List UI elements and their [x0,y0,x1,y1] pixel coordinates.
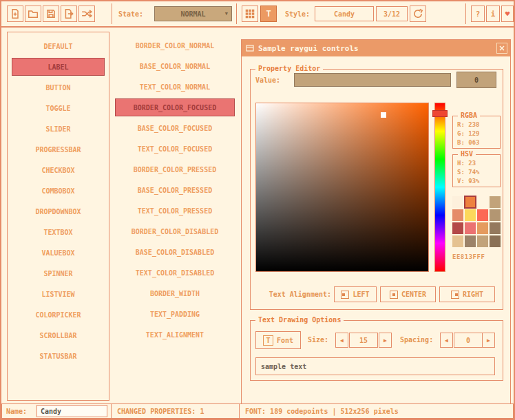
property-item-border_color_normal[interactable]: BORDER_COLOR_NORMAL [115,36,235,54]
control-item-slider[interactable]: SLIDER [12,120,105,138]
palette-swatch-13[interactable] [465,235,476,247]
property-item-text_color_pressed[interactable]: TEXT_COLOR_PRESSED [115,202,235,220]
spacing-value[interactable]: 0 [454,333,483,348]
control-item-combobox[interactable]: COMBOBOX [12,182,105,200]
style-counter-button[interactable]: 3/12 [376,6,408,21]
rgba-label: RGBA [458,112,480,119]
export-style-button[interactable] [61,6,77,22]
new-style-button[interactable] [7,6,23,22]
property-item-border_color_pressed[interactable]: BORDER_COLOR_PRESSED [115,160,235,178]
save-icon [45,8,56,19]
align-left-button[interactable]: LEFT [334,286,377,302]
palette-swatch-9[interactable] [465,222,476,234]
color-picker-panel[interactable] [255,103,429,272]
value-slider[interactable] [294,73,451,87]
control-item-listview[interactable]: LISTVIEW [12,285,105,303]
toolbar: State: NORMAL ▼ T Style: Candy 3/12 ? i … [1,1,514,28]
palette-swatch-12[interactable] [452,235,463,247]
property-item-border_color_focused[interactable]: BORDER_COLOR_FOCUSED [115,98,235,116]
control-item-scrollbar[interactable]: SCROLLBAR [12,326,105,344]
palette-swatch-11[interactable] [490,222,501,234]
property-item-text_color_focused[interactable]: TEXT_COLOR_FOCUSED [115,140,235,158]
hue-slider-handle[interactable] [432,110,448,117]
open-style-button[interactable] [25,6,41,22]
random-style-button[interactable] [78,6,95,22]
statusbar-name-section: Name: Candy [1,403,112,419]
value-box[interactable]: 0 [456,72,496,88]
window-titlebar[interactable]: Sample raygui controls [242,40,510,56]
palette-swatch-8[interactable] [452,222,463,234]
palette-swatch-15[interactable] [490,235,501,247]
rgba-group: RGBA R: 238 G: 129 B: 063 [452,116,501,149]
control-item-default[interactable]: DEFAULT [12,37,105,55]
color-picker-cursor[interactable] [381,112,386,118]
control-item-button[interactable]: BUTTON [12,78,105,96]
palette-swatch-10[interactable] [477,222,488,234]
control-item-progressbar[interactable]: PROGRESSBAR [12,140,105,158]
size-increase-button[interactable]: ▶ [379,333,392,348]
control-item-dropdownbox[interactable]: DROPDOWNBOX [12,202,105,220]
palette-swatch-14[interactable] [477,235,488,247]
folder-open-icon [28,8,39,19]
about-button[interactable]: i [486,6,500,22]
palette-swatch-7[interactable] [490,209,501,221]
property-item-base_color_focused[interactable]: BASE_COLOR_FOCUSED [115,119,235,137]
text-preview-toggle[interactable]: T [260,6,277,22]
spacing-decrease-button[interactable]: ◀ [440,333,453,348]
sponsor-heart-button[interactable]: ♥ [501,6,514,22]
property-item-text_alignment[interactable]: TEXT_ALIGNMENT [115,326,235,344]
property-item-text_color_disabled[interactable]: TEXT_COLOR_DISABLED [115,264,235,282]
properties-listview: BORDER_COLOR_NORMALBASE_COLOR_NORMALTEXT… [114,32,236,401]
control-item-colorpicker[interactable]: COLORPICKER [12,306,105,324]
sample-text-input[interactable]: sample text [255,357,495,375]
help-button[interactable]: ? [471,6,485,22]
spacing-label: Spacing: [400,336,433,344]
property-item-text_color_normal[interactable]: TEXT_COLOR_NORMAL [115,78,235,96]
save-style-button[interactable] [43,6,59,22]
control-item-label[interactable]: LABEL [12,58,105,76]
align-center-button[interactable]: CENTER [380,286,436,302]
property-item-base_color_disabled[interactable]: BASE_COLOR_DISABLED [115,243,235,261]
sample-controls-window: Sample raygui controls Property Editor V… [241,39,511,404]
size-value[interactable]: 15 [349,333,378,348]
palette-swatch-1[interactable] [465,196,476,208]
control-item-textbox[interactable]: TEXTBOX [12,223,105,241]
reload-style-button[interactable] [410,6,426,22]
font-button[interactable]: T Font [255,331,301,349]
style-table-button[interactable] [242,6,258,22]
spacing-increase-button[interactable]: ▶ [482,333,495,348]
control-item-toggle[interactable]: TOGGLE [12,99,105,117]
palette-swatch-3[interactable] [490,196,501,208]
align-right-button[interactable]: RIGHT [439,286,495,302]
palette-swatch-0[interactable] [452,196,463,208]
align-right-label: RIGHT [463,291,483,298]
control-item-spinner[interactable]: SPINNER [12,264,105,282]
property-item-border_width[interactable]: BORDER_WIDTH [115,284,235,302]
property-item-base_color_pressed[interactable]: BASE_COLOR_PRESSED [115,181,235,199]
property-item-border_color_disabled[interactable]: BORDER_COLOR_DISABLED [115,222,235,240]
hsv-group: HSV H: 23 S: 74% V: 93% [452,154,501,187]
hue-gradient [434,103,445,272]
style-name-input[interactable]: Candy [36,405,107,417]
palette-swatch-6[interactable] [477,209,488,221]
hsv-label: HSV [458,150,476,158]
control-item-checkbox[interactable]: CHECKBOX [12,161,105,179]
property-item-base_color_normal[interactable]: BASE_COLOR_NORMAL [115,57,235,75]
palette-swatch-5[interactable] [465,209,476,221]
palette-swatch-2[interactable] [477,196,488,208]
control-item-valuebox[interactable]: VALUEBOX [12,244,105,262]
state-dropdown[interactable]: NORMAL ▼ [154,6,232,21]
align-center-icon [390,291,398,299]
control-item-statusbar[interactable]: STATUSBAR [12,347,105,365]
palette-swatch-4[interactable] [452,209,463,221]
statusbar-font-section: FONT: 189 codepoints | 512x256 pixels [239,403,514,419]
style-name-combo[interactable]: Candy [315,6,374,21]
property-item-text_padding[interactable]: TEXT_PADDING [115,305,235,323]
file-new-icon [10,8,21,19]
hue-bar[interactable] [434,103,445,272]
align-right-icon [451,291,459,299]
window-icon [246,44,254,52]
size-decrease-button[interactable]: ◀ [335,333,348,348]
close-icon[interactable] [496,43,507,54]
toolbar-divider [112,3,112,24]
